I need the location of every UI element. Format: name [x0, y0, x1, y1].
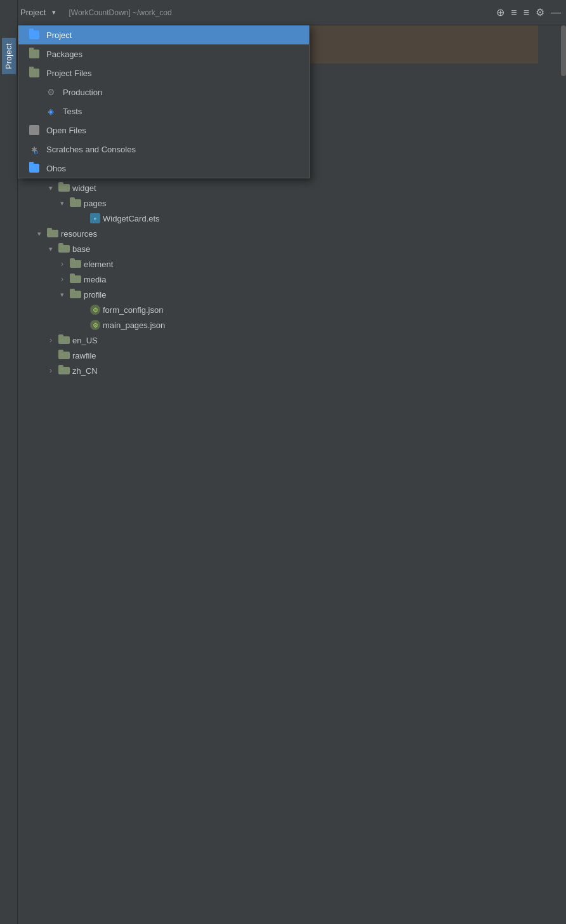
tree-item-base[interactable]: ▾ base	[18, 241, 532, 256]
minimize-button[interactable]: —	[551, 8, 561, 18]
header-title: Project	[20, 8, 46, 17]
project-files-icon	[29, 68, 40, 78]
tree-arrow-zh-cn: ›	[46, 366, 56, 375]
folder-icon-media	[70, 275, 81, 283]
tree-label-widgetcard-ets: WidgetCard.ets	[103, 214, 160, 223]
tree-item-widget[interactable]: ▾ widget	[18, 180, 532, 195]
tree-label-element: element	[84, 260, 113, 269]
dropdown-item-label: Production	[63, 88, 102, 97]
tree-label-media: media	[84, 275, 106, 284]
tree-item-widgetcard-ets[interactable]: e WidgetCard.ets	[18, 211, 532, 226]
folder-icon-widget	[58, 184, 70, 192]
tree-label-widget-pages: pages	[84, 199, 106, 208]
header-bar: Project ▾ [WorkCountDown] ~/work_cod ⊕ ≡…	[0, 0, 566, 25]
tree-item-rawfile[interactable]: rawfile	[18, 348, 532, 363]
dropdown-item-tests[interactable]: ◈ Tests	[18, 102, 309, 121]
tests-icon: ◈	[45, 106, 56, 116]
collapse-all-button[interactable]: ≡	[511, 8, 517, 18]
tree-arrow-media: ›	[57, 275, 67, 284]
folder-icon-rawfile	[58, 352, 70, 359]
tree-label-profile: profile	[84, 290, 106, 300]
dropdown-item-label: Scratches and Consoles	[46, 145, 136, 154]
tree-item-en-us[interactable]: › en_US	[18, 333, 532, 348]
tree-item-form-config-json[interactable]: ⚙ form_config.json	[18, 302, 532, 317]
scratches-icon: ✱ ⊙	[29, 144, 40, 154]
add-scope-button[interactable]: ⊕	[496, 8, 504, 18]
dropdown-item-project[interactable]: Project	[18, 25, 309, 44]
header-actions: ⊕ ≡ ≡ ⚙ —	[496, 8, 561, 18]
folder-icon-zh-cn	[58, 367, 70, 374]
ets-file-icon-widgetcard: e	[90, 213, 100, 223]
tree-item-media[interactable]: › media	[18, 272, 532, 287]
project-scope-dropdown: Project Packages Project Files ⚙ Product…	[18, 25, 310, 178]
dropdown-item-label: Open Files	[46, 126, 86, 135]
header-path: [WorkCountDown] ~/work_cod	[69, 8, 171, 17]
dropdown-item-label: Tests	[63, 107, 82, 116]
tree-arrow-widget-pages: ▾	[57, 199, 67, 208]
tree-label-en-us: en_US	[72, 336, 98, 345]
tree-label-base: base	[72, 244, 90, 254]
dropdown-item-scratches[interactable]: ✱ ⊙ Scratches and Consoles	[18, 140, 309, 159]
sidebar-panel: Project	[0, 0, 18, 924]
open-files-icon	[29, 125, 40, 135]
tree-arrow-base: ▾	[46, 245, 56, 253]
folder-icon-base	[58, 245, 70, 253]
tree-arrow-element: ›	[57, 260, 67, 268]
dropdown-item-label: Packages	[46, 50, 82, 59]
dropdown-item-packages[interactable]: Packages	[18, 44, 309, 63]
tree-item-profile[interactable]: ▾ profile	[18, 287, 532, 302]
scrollbar-thumb[interactable]	[561, 25, 566, 76]
production-icon: ⚙	[45, 87, 56, 97]
header-dropdown-arrow[interactable]: ▾	[52, 8, 56, 16]
dropdown-item-project-files[interactable]: Project Files	[18, 63, 309, 82]
json-file-icon-form-config: ⚙	[90, 305, 100, 315]
tree-item-main-pages-json[interactable]: ⚙ main_pages.json	[18, 317, 532, 333]
tree-label-zh-cn: zh_CN	[72, 366, 98, 376]
sidebar-tab-label[interactable]: Project	[2, 38, 16, 74]
tree-item-zh-cn[interactable]: › zh_CN	[18, 363, 532, 378]
settings-button[interactable]: ⚙	[536, 8, 544, 18]
project-icon	[29, 30, 40, 40]
tree-arrow-widget: ▾	[46, 184, 56, 192]
dropdown-item-production[interactable]: ⚙ Production	[18, 82, 309, 102]
tree-item-resources[interactable]: ▾ resources	[18, 226, 532, 241]
folder-icon-en-us	[58, 336, 70, 344]
tree-label-rawfile: rawfile	[72, 351, 96, 360]
tree-arrow-en-us: ›	[46, 336, 56, 345]
tree-label-resources: resources	[61, 229, 97, 239]
dropdown-item-ohos[interactable]: Ohos	[18, 159, 309, 178]
expand-all-button[interactable]: ≡	[523, 8, 529, 18]
dropdown-item-label: Project Files	[46, 69, 92, 78]
tree-arrow-profile: ▾	[57, 291, 67, 299]
json-file-icon-main-pages: ⚙	[90, 320, 100, 330]
tree-item-widget-pages[interactable]: ▾ pages	[18, 195, 532, 211]
dropdown-item-open-files[interactable]: Open Files	[18, 121, 309, 140]
folder-icon-element	[70, 260, 81, 268]
tree-label-form-config-json: form_config.json	[103, 305, 163, 315]
packages-icon	[29, 49, 40, 59]
folder-icon-profile	[70, 291, 81, 298]
tree-label-main-pages-json: main_pages.json	[103, 320, 165, 330]
dropdown-item-label: Ohos	[46, 164, 66, 173]
folder-icon-widget-pages	[70, 199, 81, 207]
dropdown-item-label: Project	[46, 30, 72, 40]
tree-arrow-resources: ▾	[34, 230, 44, 238]
tree-label-widget: widget	[72, 183, 96, 193]
tree-item-element[interactable]: › element	[18, 256, 532, 272]
folder-icon-resources	[47, 230, 58, 237]
ohos-icon	[29, 163, 40, 173]
scrollbar-track	[561, 25, 566, 924]
